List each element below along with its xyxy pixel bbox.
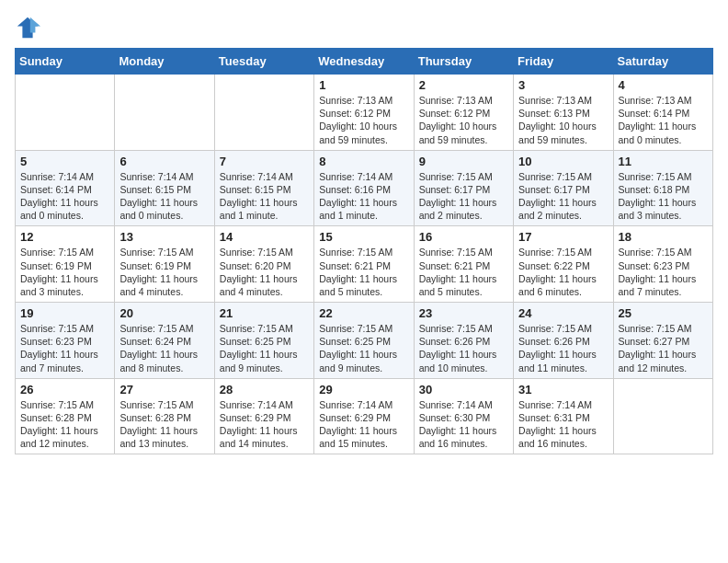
column-header-wednesday: Wednesday <box>314 49 414 75</box>
calendar-week-4: 19Sunrise: 7:15 AM Sunset: 6:23 PM Dayli… <box>16 303 713 379</box>
calendar-cell: 2Sunrise: 7:13 AM Sunset: 6:12 PM Daylig… <box>414 75 513 151</box>
day-number: 7 <box>220 155 309 168</box>
day-number: 29 <box>319 383 408 396</box>
day-number: 6 <box>119 155 209 168</box>
day-info: Sunrise: 7:15 AM Sunset: 6:23 PM Dayligh… <box>619 246 708 298</box>
day-info: Sunrise: 7:15 AM Sunset: 6:26 PM Dayligh… <box>419 322 508 374</box>
day-info: Sunrise: 7:15 AM Sunset: 6:25 PM Dayligh… <box>319 322 408 374</box>
day-info: Sunrise: 7:14 AM Sunset: 6:29 PM Dayligh… <box>220 398 309 451</box>
day-info: Sunrise: 7:14 AM Sunset: 6:31 PM Dayligh… <box>518 398 608 451</box>
calendar-cell: 17Sunrise: 7:15 AM Sunset: 6:22 PM Dayli… <box>514 226 613 303</box>
day-number: 18 <box>619 230 708 244</box>
day-info: Sunrise: 7:15 AM Sunset: 6:23 PM Dayligh… <box>20 322 109 374</box>
day-number: 25 <box>619 306 708 320</box>
day-number: 4 <box>619 78 708 92</box>
day-number: 20 <box>119 306 209 320</box>
calendar-cell <box>214 75 313 151</box>
day-number: 15 <box>319 230 408 244</box>
calendar-cell: 12Sunrise: 7:15 AM Sunset: 6:19 PM Dayli… <box>16 226 115 303</box>
day-number: 19 <box>20 306 109 320</box>
day-info: Sunrise: 7:13 AM Sunset: 6:12 PM Dayligh… <box>319 94 408 146</box>
day-info: Sunrise: 7:13 AM Sunset: 6:14 PM Dayligh… <box>619 94 708 146</box>
day-info: Sunrise: 7:13 AM Sunset: 6:12 PM Dayligh… <box>419 94 508 146</box>
calendar-cell: 14Sunrise: 7:15 AM Sunset: 6:20 PM Dayli… <box>214 226 313 303</box>
calendar-cell: 26Sunrise: 7:15 AM Sunset: 6:28 PM Dayli… <box>16 378 115 454</box>
day-number: 9 <box>419 155 508 168</box>
column-header-sunday: Sunday <box>16 49 115 75</box>
calendar-cell: 7Sunrise: 7:14 AM Sunset: 6:15 PM Daylig… <box>214 150 313 226</box>
calendar-cell <box>115 75 214 151</box>
calendar-cell: 15Sunrise: 7:15 AM Sunset: 6:21 PM Dayli… <box>314 226 414 303</box>
day-info: Sunrise: 7:14 AM Sunset: 6:30 PM Dayligh… <box>419 398 508 451</box>
day-number: 30 <box>419 383 508 396</box>
calendar-week-5: 26Sunrise: 7:15 AM Sunset: 6:28 PM Dayli… <box>16 378 713 454</box>
day-number: 23 <box>419 306 508 320</box>
day-info: Sunrise: 7:14 AM Sunset: 6:15 PM Dayligh… <box>220 170 309 223</box>
calendar-cell <box>613 378 712 454</box>
calendar-cell: 31Sunrise: 7:14 AM Sunset: 6:31 PM Dayli… <box>514 378 613 454</box>
column-header-thursday: Thursday <box>414 49 513 75</box>
day-info: Sunrise: 7:15 AM Sunset: 6:21 PM Dayligh… <box>419 246 508 298</box>
calendar-week-1: 1Sunrise: 7:13 AM Sunset: 6:12 PM Daylig… <box>16 75 713 151</box>
calendar-cell: 6Sunrise: 7:14 AM Sunset: 6:15 PM Daylig… <box>115 150 214 226</box>
column-header-saturday: Saturday <box>613 49 712 75</box>
calendar-cell: 8Sunrise: 7:14 AM Sunset: 6:16 PM Daylig… <box>314 150 414 226</box>
calendar-cell: 30Sunrise: 7:14 AM Sunset: 6:30 PM Dayli… <box>414 378 513 454</box>
calendar-week-2: 5Sunrise: 7:14 AM Sunset: 6:14 PM Daylig… <box>16 150 713 226</box>
day-number: 5 <box>20 155 109 168</box>
day-info: Sunrise: 7:15 AM Sunset: 6:28 PM Dayligh… <box>20 398 109 451</box>
day-number: 31 <box>518 383 608 396</box>
calendar-cell: 1Sunrise: 7:13 AM Sunset: 6:12 PM Daylig… <box>314 75 414 151</box>
calendar: SundayMondayTuesdayWednesdayThursdayFrid… <box>15 48 713 454</box>
day-number: 1 <box>319 78 408 92</box>
calendar-header-row: SundayMondayTuesdayWednesdayThursdayFrid… <box>16 49 713 75</box>
day-info: Sunrise: 7:14 AM Sunset: 6:29 PM Dayligh… <box>319 398 408 451</box>
day-info: Sunrise: 7:15 AM Sunset: 6:21 PM Dayligh… <box>319 246 408 298</box>
day-number: 11 <box>619 155 708 168</box>
day-number: 26 <box>20 383 109 396</box>
logo-icon <box>15 15 40 40</box>
calendar-cell: 27Sunrise: 7:15 AM Sunset: 6:28 PM Dayli… <box>115 378 214 454</box>
page-header <box>15 15 713 40</box>
calendar-week-3: 12Sunrise: 7:15 AM Sunset: 6:19 PM Dayli… <box>16 226 713 303</box>
day-number: 12 <box>20 230 109 244</box>
day-info: Sunrise: 7:15 AM Sunset: 6:18 PM Dayligh… <box>619 170 708 223</box>
day-info: Sunrise: 7:15 AM Sunset: 6:19 PM Dayligh… <box>20 246 109 298</box>
day-number: 13 <box>119 230 209 244</box>
day-number: 22 <box>319 306 408 320</box>
calendar-cell: 19Sunrise: 7:15 AM Sunset: 6:23 PM Dayli… <box>16 303 115 379</box>
day-number: 27 <box>119 383 209 396</box>
calendar-cell: 5Sunrise: 7:14 AM Sunset: 6:14 PM Daylig… <box>16 150 115 226</box>
calendar-cell: 20Sunrise: 7:15 AM Sunset: 6:24 PM Dayli… <box>115 303 214 379</box>
day-number: 21 <box>220 306 309 320</box>
calendar-cell: 3Sunrise: 7:13 AM Sunset: 6:13 PM Daylig… <box>514 75 613 151</box>
day-info: Sunrise: 7:15 AM Sunset: 6:28 PM Dayligh… <box>119 398 209 451</box>
day-number: 16 <box>419 230 508 244</box>
column-header-monday: Monday <box>115 49 214 75</box>
day-info: Sunrise: 7:14 AM Sunset: 6:15 PM Dayligh… <box>119 170 209 223</box>
calendar-cell: 25Sunrise: 7:15 AM Sunset: 6:27 PM Dayli… <box>613 303 712 379</box>
day-info: Sunrise: 7:15 AM Sunset: 6:25 PM Dayligh… <box>220 322 309 374</box>
calendar-cell: 11Sunrise: 7:15 AM Sunset: 6:18 PM Dayli… <box>613 150 712 226</box>
calendar-cell: 24Sunrise: 7:15 AM Sunset: 6:26 PM Dayli… <box>514 303 613 379</box>
column-header-tuesday: Tuesday <box>214 49 313 75</box>
logo <box>15 15 42 40</box>
day-info: Sunrise: 7:15 AM Sunset: 6:27 PM Dayligh… <box>619 322 708 374</box>
calendar-cell: 10Sunrise: 7:15 AM Sunset: 6:17 PM Dayli… <box>514 150 613 226</box>
day-number: 10 <box>518 155 608 168</box>
calendar-cell: 18Sunrise: 7:15 AM Sunset: 6:23 PM Dayli… <box>613 226 712 303</box>
day-info: Sunrise: 7:13 AM Sunset: 6:13 PM Dayligh… <box>518 94 608 146</box>
day-number: 2 <box>419 78 508 92</box>
column-header-friday: Friday <box>514 49 613 75</box>
day-info: Sunrise: 7:14 AM Sunset: 6:14 PM Dayligh… <box>20 170 109 223</box>
calendar-cell: 4Sunrise: 7:13 AM Sunset: 6:14 PM Daylig… <box>613 75 712 151</box>
day-number: 3 <box>518 78 608 92</box>
day-number: 28 <box>220 383 309 396</box>
day-number: 17 <box>518 230 608 244</box>
day-info: Sunrise: 7:15 AM Sunset: 6:22 PM Dayligh… <box>518 246 608 298</box>
day-number: 8 <box>319 155 408 168</box>
day-info: Sunrise: 7:15 AM Sunset: 6:24 PM Dayligh… <box>119 322 209 374</box>
day-info: Sunrise: 7:15 AM Sunset: 6:20 PM Dayligh… <box>220 246 309 298</box>
calendar-cell: 13Sunrise: 7:15 AM Sunset: 6:19 PM Dayli… <box>115 226 214 303</box>
day-info: Sunrise: 7:15 AM Sunset: 6:17 PM Dayligh… <box>518 170 608 223</box>
